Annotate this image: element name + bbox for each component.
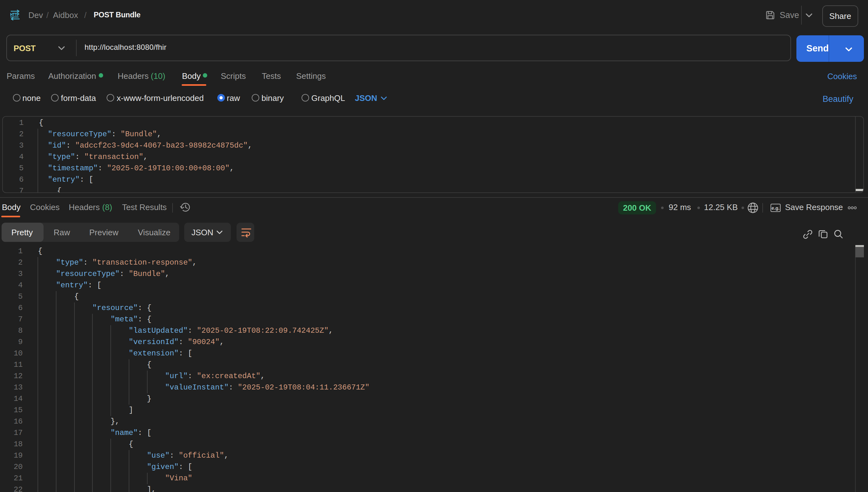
- svg-text:HTTP: HTTP: [10, 12, 19, 17]
